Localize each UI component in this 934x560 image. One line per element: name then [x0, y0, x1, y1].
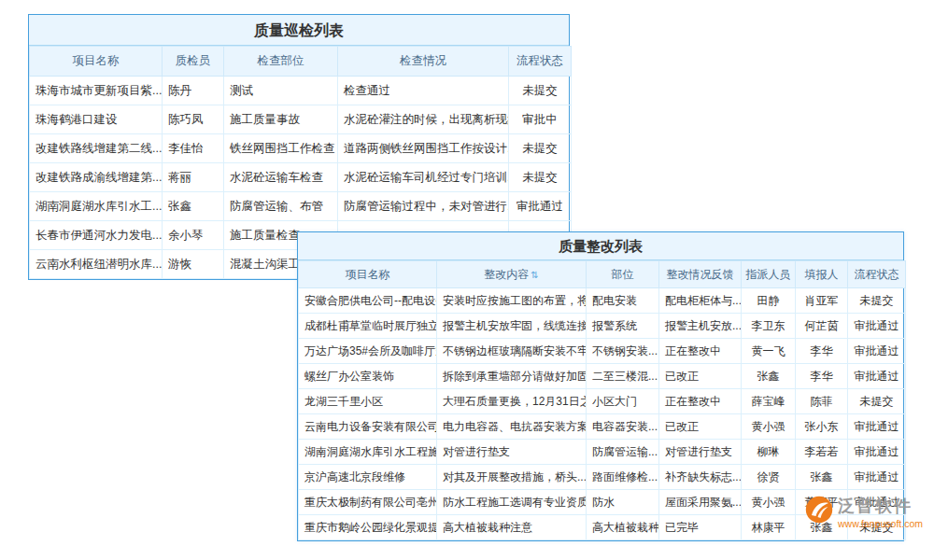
status-badge: 审批通过	[848, 314, 906, 339]
col-header-project: 项目名称	[299, 261, 437, 288]
cell-project[interactable]: 珠海鹤港口建设	[30, 105, 163, 134]
status-badge: 未提交	[509, 163, 572, 192]
cell-project[interactable]: 湖南洞庭湖水库引水工程施工...	[299, 440, 437, 465]
cell-part: 高大植被栽种	[587, 515, 659, 540]
table-row[interactable]: 京沪高速北京段维修 对其及开展整改措施，桥头... 路面维修检... 补齐缺失标…	[299, 465, 906, 490]
status-badge: 未提交	[509, 134, 572, 163]
cell-project[interactable]: 龙湖三千里小区	[299, 389, 437, 414]
cell-inspector[interactable]: 张鑫	[163, 192, 224, 221]
cell-assignee[interactable]: 柳琳	[742, 440, 796, 465]
cell-assignee[interactable]: 黄小强	[742, 490, 796, 515]
cell-feedback: 屋面采用聚氨...	[659, 490, 742, 515]
inspection-table-title: 质量巡检列表	[29, 15, 569, 46]
table-row[interactable]: 螺丝厂办公室装饰 拆除到承重墙部分请做好加固... 二至三楼混... 已改正 张…	[299, 364, 906, 389]
status-badge: 审批通过	[848, 440, 906, 465]
cell-feedback: 已改正	[659, 364, 742, 389]
fanpu-logo: 泛普软件 www.fanpusoft.com	[805, 496, 923, 529]
table-row[interactable]: 改建铁路线增建第二线... 李佳怡 铁丝网围挡工作检查 道路两侧铁丝网围挡工作按…	[30, 134, 572, 163]
sort-icon[interactable]: ⇅	[531, 270, 538, 280]
status-badge: 未提交	[509, 77, 572, 105]
cell-feedback: 已完毕	[659, 515, 742, 540]
table-row[interactable]: 湖南洞庭湖水库引水工程施工... 对管进行垫支 防腐管运输... 对管进行垫支 …	[299, 440, 906, 465]
table-row[interactable]: 湖南洞庭湖水库引水工... 张鑫 防腐管运输、布管 防腐管运输过程中，未对管进行…	[30, 192, 572, 221]
table-row[interactable]: 云南电力设备安装有限公司20... 电力电容器、电抗器安装方案,... 电容器安…	[299, 414, 906, 440]
cell-part: 测试	[224, 77, 338, 105]
cell-part: 施工质量事故	[224, 105, 338, 134]
fanpu-logo-icon	[805, 496, 833, 524]
cell-content: 大理石质量更换，12月31日之...	[437, 389, 587, 414]
cell-project[interactable]: 万达广场35#会所及咖啡厅空...	[299, 339, 437, 364]
cell-situation: 水泥砼运输车司机经过专门培训...	[338, 163, 509, 192]
cell-assignee[interactable]: 田静	[742, 288, 796, 314]
cell-content: 报警主机安放牢固，线缆连接...	[437, 314, 587, 339]
cell-feedback: 已改正	[659, 414, 742, 440]
page: 质量巡检列表 项目名称 质检员 检查部位 检查情况 流程状态 珠海市城市更新项目…	[0, 0, 934, 560]
cell-reporter[interactable]: 张小东	[796, 414, 848, 440]
cell-inspector[interactable]: 余小琴	[163, 221, 224, 250]
col-header-content-label: 整改内容	[484, 268, 529, 281]
cell-project[interactable]: 改建铁路成渝线增建第...	[30, 163, 163, 192]
col-header-assignee: 指派人员	[742, 261, 796, 288]
cell-inspector[interactable]: 蒋丽	[163, 163, 224, 192]
cell-inspector[interactable]: 游恢	[163, 250, 224, 279]
cell-project[interactable]: 京沪高速北京段维修	[299, 465, 437, 490]
col-header-project: 项目名称	[30, 47, 163, 77]
cell-reporter[interactable]: 何芷茵	[796, 314, 848, 339]
table-row[interactable]: 成都杜甫草堂临时展厅独立展... 报警主机安放牢固，线缆连接... 报警系统 报…	[299, 314, 906, 339]
table-row[interactable]: 龙湖三千里小区 大理石质量更换，12月31日之... 小区大门 正在整改中 薛宝…	[299, 389, 906, 414]
cell-part: 防腐管运输...	[587, 440, 659, 465]
cell-reporter[interactable]: 李华	[796, 339, 848, 364]
cell-content: 对管进行垫支	[437, 440, 587, 465]
cell-project[interactable]: 安徽合肥供电公司--配电设备...	[299, 288, 437, 314]
inspection-header-row: 项目名称 质检员 检查部位 检查情况 流程状态	[30, 47, 572, 77]
cell-part: 小区大门	[587, 389, 659, 414]
cell-part: 电容器安装...	[587, 414, 659, 440]
cell-project[interactable]: 长春市伊通河水力发电...	[30, 221, 163, 250]
cell-assignee[interactable]: 李卫东	[742, 314, 796, 339]
cell-inspector[interactable]: 陈巧凤	[163, 105, 224, 134]
table-row[interactable]: 改建铁路成渝线增建第... 蒋丽 水泥砼运输车检查 水泥砼运输车司机经过专门培训…	[30, 163, 572, 192]
cell-project[interactable]: 珠海市城市更新项目紫...	[30, 77, 163, 105]
cell-content: 电力电容器、电抗器安装方案,...	[437, 414, 587, 440]
cell-content: 不锈钢边框玻璃隔断安装不牢...	[437, 339, 587, 364]
cell-assignee[interactable]: 张鑫	[742, 364, 796, 389]
cell-assignee[interactable]: 徐贤	[742, 465, 796, 490]
cell-project[interactable]: 成都杜甫草堂临时展厅独立展...	[299, 314, 437, 339]
cell-situation: 水泥砼灌注的时候，出现离析现象	[338, 105, 509, 134]
cell-feedback: 报警主机安放...	[659, 314, 742, 339]
cell-assignee[interactable]: 黄一飞	[742, 339, 796, 364]
cell-inspector[interactable]: 李佳怡	[163, 134, 224, 163]
cell-project[interactable]: 云南电力设备安装有限公司20...	[299, 414, 437, 440]
table-row[interactable]: 安徽合肥供电公司--配电设备... 安装时应按施工图的布置，将... 配电安装 …	[299, 288, 906, 314]
cell-reporter[interactable]: 肖亚军	[796, 288, 848, 314]
table-row[interactable]: 珠海鹤港口建设 陈巧凤 施工质量事故 水泥砼灌注的时候，出现离析现象 审批中	[30, 105, 572, 134]
col-header-reporter: 填报人	[796, 261, 848, 288]
cell-part: 水泥砼运输车检查	[224, 163, 338, 192]
table-row[interactable]: 珠海市城市更新项目紫... 陈丹 测试 检查通过 未提交	[30, 77, 572, 105]
cell-reporter[interactable]: 李华	[796, 364, 848, 389]
cell-project[interactable]: 重庆太极制药有限公司亳州中...	[299, 490, 437, 515]
cell-inspector[interactable]: 陈丹	[163, 77, 224, 105]
col-header-feedback: 整改情况反馈	[659, 261, 742, 288]
cell-project[interactable]: 重庆市鹅岭公园绿化景观提升...	[299, 515, 437, 540]
cell-assignee[interactable]: 薛宝峰	[742, 389, 796, 414]
cell-assignee[interactable]: 黄小强	[742, 414, 796, 440]
col-header-content[interactable]: 整改内容⇅	[437, 261, 587, 288]
col-header-status: 流程状态	[509, 47, 572, 77]
cell-content: 防水工程施工选调有专业资质...	[437, 490, 587, 515]
cell-reporter[interactable]: 李若若	[796, 440, 848, 465]
cell-project[interactable]: 螺丝厂办公室装饰	[299, 364, 437, 389]
cell-part: 不锈钢安装...	[587, 339, 659, 364]
cell-project[interactable]: 湖南洞庭湖水库引水工...	[30, 192, 163, 221]
cell-project[interactable]: 云南水利枢纽潜明水库...	[30, 250, 163, 279]
cell-part: 防腐管运输、布管	[224, 192, 338, 221]
cell-reporter[interactable]: 张鑫	[796, 465, 848, 490]
cell-part: 铁丝网围挡工作检查	[224, 134, 338, 163]
rectification-header-row: 项目名称 整改内容⇅ 部位 整改情况反馈 指派人员 填报人 流程状态	[299, 261, 906, 288]
cell-part: 二至三楼混...	[587, 364, 659, 389]
cell-assignee[interactable]: 林康平	[742, 515, 796, 540]
cell-project[interactable]: 改建铁路线增建第二线...	[30, 134, 163, 163]
cell-content: 高大植被栽种注意	[437, 515, 587, 540]
table-row[interactable]: 万达广场35#会所及咖啡厅空... 不锈钢边框玻璃隔断安装不牢... 不锈钢安装…	[299, 339, 906, 364]
cell-reporter[interactable]: 陈菲	[796, 389, 848, 414]
